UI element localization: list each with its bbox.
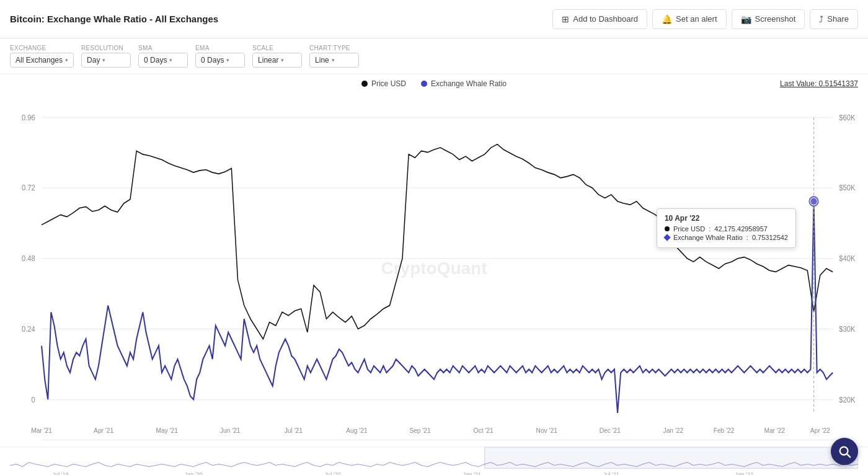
chevron-down-icon: ▾ <box>281 57 284 63</box>
chevron-down-icon: ▾ <box>102 57 105 63</box>
svg-text:0.24: 0.24 <box>22 326 35 333</box>
legend-whale: Exchange Whale Ratio <box>421 79 507 88</box>
scale-label: Scale <box>252 45 302 51</box>
chevron-down-icon: ▾ <box>169 57 172 63</box>
chevron-down-icon: ▾ <box>226 57 229 63</box>
exchange-select[interactable]: All Exchanges ▾ <box>10 53 74 68</box>
chevron-down-icon: ▾ <box>65 57 68 63</box>
header-actions: ⊞ Add to Dashboard 🔔 Set an alert 📷 Scre… <box>552 9 858 29</box>
svg-text:0.48: 0.48 <box>22 255 35 262</box>
svg-text:Jul '21: Jul '21 <box>603 471 619 475</box>
svg-text:Jan '21: Jan '21 <box>463 471 481 475</box>
svg-text:Jan '22: Jan '22 <box>735 471 753 475</box>
price-legend-dot <box>361 81 368 87</box>
chart-type-label: Chart Type <box>309 45 359 51</box>
main-chart-svg: 0.96 0.72 0.48 0.24 0 $60K $50K $40K $30… <box>10 91 858 446</box>
screenshot-button[interactable]: 📷 Screenshot <box>732 9 805 29</box>
svg-text:Jul '19: Jul '19 <box>53 471 69 475</box>
dashboard-icon: ⊞ <box>562 14 569 24</box>
svg-text:$60K: $60K <box>839 113 855 121</box>
svg-text:Feb '22: Feb '22 <box>714 427 735 434</box>
svg-text:Jul '21: Jul '21 <box>285 427 303 434</box>
sma-control: SMA 0 Days ▾ <box>138 45 188 68</box>
svg-text:$40K: $40K <box>839 255 855 262</box>
resolution-select[interactable]: Day ▾ <box>81 53 131 68</box>
share-icon: ⤴ <box>819 14 823 24</box>
camera-icon: 📷 <box>741 14 751 24</box>
chart-legend: Price USD Exchange Whale Ratio Last Valu… <box>0 74 868 91</box>
ema-control: EMA 0 Days ▾ <box>195 45 245 68</box>
add-to-dashboard-button[interactable]: ⊞ Add to Dashboard <box>552 9 647 29</box>
chart-type-select[interactable]: Line ▾ <box>309 53 359 68</box>
page-header: Bitcoin: Exchange Whale Ratio - All Exch… <box>0 0 868 38</box>
scale-select[interactable]: Linear ▾ <box>252 53 302 68</box>
legend-price: Price USD <box>361 79 406 88</box>
chart-type-control: Chart Type Line ▾ <box>309 45 359 68</box>
whale-legend-dot <box>420 79 428 88</box>
exchange-label: Exchange <box>10 45 74 51</box>
resolution-control: Resolution Day ▾ <box>81 45 131 68</box>
svg-text:Dec '21: Dec '21 <box>600 427 621 434</box>
svg-text:0.96: 0.96 <box>22 113 35 121</box>
svg-text:May '21: May '21 <box>156 427 178 434</box>
set-alert-button[interactable]: 🔔 Set an alert <box>652 9 727 29</box>
svg-text:Jun '21: Jun '21 <box>220 427 241 434</box>
svg-text:0: 0 <box>32 396 35 403</box>
page-title: Bitcoin: Exchange Whale Ratio - All Exch… <box>10 14 218 24</box>
scale-control: Scale Linear ▾ <box>252 45 302 68</box>
svg-text:Nov '21: Nov '21 <box>536 427 557 434</box>
last-value[interactable]: Last Value: 0.51541337 <box>780 79 858 88</box>
chart-area: Price USD Exchange Whale Ratio Last Valu… <box>0 74 868 475</box>
chevron-down-icon: ▾ <box>332 57 335 63</box>
sma-select[interactable]: 0 Days ▾ <box>138 53 188 68</box>
svg-text:$30K: $30K <box>839 326 855 333</box>
ema-select[interactable]: 0 Days ▾ <box>195 53 245 68</box>
svg-rect-40 <box>485 447 858 468</box>
svg-text:Mar '21: Mar '21 <box>31 427 52 434</box>
svg-text:Apr '22: Apr '22 <box>810 427 830 434</box>
svg-text:Mar '22: Mar '22 <box>764 427 785 434</box>
controls-bar: Exchange All Exchanges ▾ Resolution Day … <box>0 38 868 74</box>
svg-text:Jan '22: Jan '22 <box>663 427 684 434</box>
svg-text:Jan '20: Jan '20 <box>184 471 202 475</box>
main-chart[interactable]: CryptoQuant 0.96 0.72 0.48 0.24 0 $60K $… <box>10 91 858 446</box>
exchange-control: Exchange All Exchanges ▾ <box>10 45 74 68</box>
mini-chart-svg: Jul '19 Jan '20 Jul '20 Jan '21 Jul '21 … <box>10 447 858 475</box>
mini-chart[interactable]: Jul '19 Jan '20 Jul '20 Jan '21 Jul '21 … <box>0 446 868 475</box>
sma-label: SMA <box>138 45 188 51</box>
svg-text:$50K: $50K <box>839 184 855 192</box>
svg-text:Sep '21: Sep '21 <box>409 427 430 434</box>
share-button[interactable]: ⤴ Share <box>810 9 858 29</box>
bell-icon: 🔔 <box>662 14 672 24</box>
svg-line-46 <box>847 454 850 457</box>
svg-text:Aug '21: Aug '21 <box>346 427 367 434</box>
search-fab-button[interactable] <box>831 438 858 465</box>
svg-text:Apr '21: Apr '21 <box>94 427 113 434</box>
ema-label: EMA <box>195 45 245 51</box>
svg-text:$20K: $20K <box>839 396 855 403</box>
svg-point-33 <box>810 198 817 205</box>
svg-text:0.72: 0.72 <box>22 184 35 192</box>
resolution-label: Resolution <box>81 45 131 51</box>
svg-text:Jul '20: Jul '20 <box>325 471 341 475</box>
svg-text:Oct '21: Oct '21 <box>474 427 494 434</box>
